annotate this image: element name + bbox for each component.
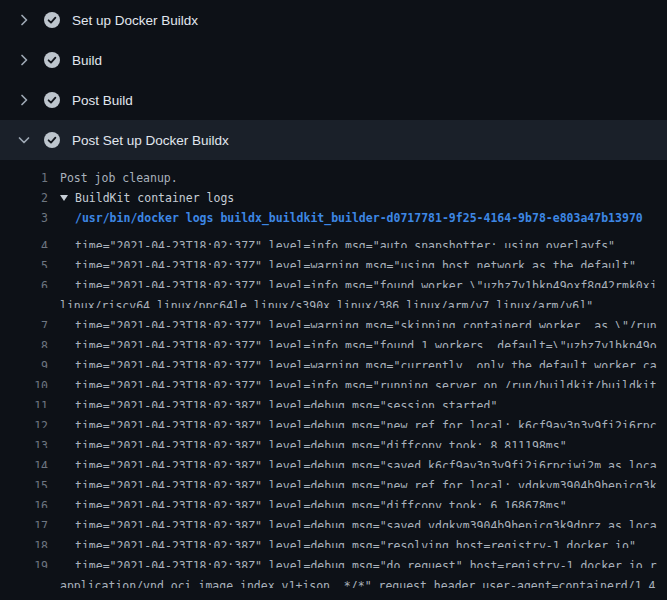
log-line: 15time="2021-04-23T18:02:38Z" level=debu… [0, 468, 667, 488]
log-line-number[interactable]: 17 [0, 516, 60, 528]
log-command-line: 3/usr/bin/docker logs buildx_buildkit_bu… [0, 208, 667, 228]
log-line-text: time="2021-04-23T18:02:38Z" level=debug … [60, 536, 636, 548]
step-label: Post Build [72, 93, 133, 108]
chevron-right-icon [16, 92, 32, 108]
log-line-number[interactable]: 20 [0, 596, 60, 600]
log-line-number[interactable]: 13 [0, 436, 60, 448]
log-line-number[interactable]: 18 [0, 536, 60, 548]
chevron-right-icon [16, 52, 32, 68]
check-circle-icon [44, 52, 60, 68]
triangle-down-icon [60, 195, 68, 201]
step-header-post-build[interactable]: Post Build [0, 80, 667, 120]
log-line-text: time="2021-04-23T18:02:38Z" level=debug … [60, 396, 497, 408]
log-line-number [0, 576, 60, 588]
chevron-down-icon [16, 132, 32, 148]
log-line-number [0, 296, 60, 308]
log-line-text: time="2021-04-23T18:02:37Z" level=warnin… [60, 256, 636, 268]
log-group-line[interactable]: 2BuildKit container logs [0, 188, 667, 208]
log-line-number[interactable]: 4 [0, 236, 60, 248]
step-label: Set up Docker Buildx [72, 13, 198, 28]
log-line: 5time="2021-04-23T18:02:37Z" level=warni… [0, 248, 667, 268]
log-line: 20time="2021-04-23T18:02:38Z" level=debu… [0, 588, 667, 600]
log-line: application/vnd.oci.image.index.v1+json,… [0, 568, 667, 588]
log-line-number[interactable]: 5 [0, 256, 60, 268]
log-line-number[interactable]: 16 [0, 496, 60, 508]
log-line-number[interactable]: 8 [0, 336, 60, 348]
log-line-text: time="2021-04-23T18:02:38Z" level=debug … [60, 476, 657, 488]
step-label: Build [72, 53, 102, 68]
log-line: 6time="2021-04-23T18:02:37Z" level=info … [0, 268, 667, 288]
log-line: 9time="2021-04-23T18:02:37Z" level=warni… [0, 348, 667, 368]
log-line: 7time="2021-04-23T18:02:37Z" level=warni… [0, 308, 667, 328]
log-line-number[interactable]: 7 [0, 316, 60, 328]
log-line-text: time="2021-04-23T18:02:38Z" level=debug … [60, 456, 657, 468]
log-line-text: time="2021-04-23T18:02:37Z" level=info m… [60, 236, 615, 248]
log-line-number[interactable]: 11 [0, 396, 60, 408]
check-circle-icon [44, 92, 60, 108]
log-line-text: time="2021-04-23T18:02:38Z" level=debug … [60, 416, 657, 428]
check-circle-icon [44, 12, 60, 28]
step-header-post-set-up-docker-buildx[interactable]: Post Set up Docker Buildx [0, 120, 667, 160]
log-line-text: time="2021-04-23T18:02:38Z" level=debug … [60, 556, 657, 568]
log-line-text: Post job cleanup. [60, 168, 178, 188]
log-line: 10time="2021-04-23T18:02:37Z" level=info… [0, 368, 667, 388]
log-line-number[interactable]: 9 [0, 356, 60, 368]
step-label: Post Set up Docker Buildx [72, 133, 229, 148]
log-line-number[interactable]: 14 [0, 456, 60, 468]
log-line: 4time="2021-04-23T18:02:37Z" level=info … [0, 228, 667, 248]
check-circle-icon [44, 132, 60, 148]
log-line-text: time="2021-04-23T18:02:38Z" level=debug … [60, 436, 567, 448]
log-line-number[interactable]: 15 [0, 476, 60, 488]
log-line-number[interactable]: 2 [0, 188, 60, 208]
log-line: 1Post job cleanup. [0, 168, 667, 188]
log-line-text: time="2021-04-23T18:02:37Z" level=warnin… [60, 316, 657, 328]
log-line-text: time="2021-04-23T18:02:38Z" level=debug … [60, 596, 650, 600]
log-line-number[interactable]: 19 [0, 556, 60, 568]
log-line-text: time="2021-04-23T18:02:37Z" level=info m… [60, 376, 657, 388]
log-line-number[interactable]: 1 [0, 168, 60, 188]
log-line-text: linux/riscv64 linux/ppc64le linux/s390x … [60, 296, 593, 308]
log-line-text: time="2021-04-23T18:02:37Z" level=info m… [60, 276, 657, 288]
job-steps-list: Set up Docker BuildxBuildPost BuildPost … [0, 0, 667, 160]
log-line: 14time="2021-04-23T18:02:38Z" level=debu… [0, 448, 667, 468]
log-line: 8time="2021-04-23T18:02:37Z" level=info … [0, 328, 667, 348]
log-line-text: time="2021-04-23T18:02:38Z" level=debug … [60, 516, 657, 528]
log-line: 19time="2021-04-23T18:02:38Z" level=debu… [0, 548, 667, 568]
log-line: 17time="2021-04-23T18:02:38Z" level=debu… [0, 508, 667, 528]
log-line: 13time="2021-04-23T18:02:38Z" level=debu… [0, 428, 667, 448]
step-header-set-up-docker-buildx[interactable]: Set up Docker Buildx [0, 0, 667, 40]
log-line: 11time="2021-04-23T18:02:38Z" level=debu… [0, 388, 667, 408]
log-line-text: application/vnd.oci.image.index.v1+json,… [60, 576, 655, 588]
step-header-build[interactable]: Build [0, 40, 667, 80]
log-line-text: time="2021-04-23T18:02:37Z" level=info m… [60, 336, 657, 348]
log-group-label: BuildKit container logs [75, 191, 234, 205]
log-line-text: /usr/bin/docker logs buildx_buildkit_bui… [60, 208, 643, 228]
log-line: 12time="2021-04-23T18:02:38Z" level=debu… [0, 408, 667, 428]
chevron-right-icon [16, 12, 32, 28]
log-line-text: time="2021-04-23T18:02:37Z" level=warnin… [60, 356, 657, 368]
log-line: 18time="2021-04-23T18:02:38Z" level=debu… [0, 528, 667, 548]
log-line-number[interactable]: 10 [0, 376, 60, 388]
log-line-number[interactable]: 6 [0, 276, 60, 288]
log-view: 1Post job cleanup.2BuildKit container lo… [0, 160, 667, 600]
log-line-number[interactable]: 3 [0, 208, 60, 228]
log-line: linux/riscv64 linux/ppc64le linux/s390x … [0, 288, 667, 308]
log-line-text: BuildKit container logs [60, 188, 234, 208]
log-line-number[interactable]: 12 [0, 416, 60, 428]
log-line-text: time="2021-04-23T18:02:38Z" level=debug … [60, 496, 567, 508]
log-line: 16time="2021-04-23T18:02:38Z" level=debu… [0, 488, 667, 508]
